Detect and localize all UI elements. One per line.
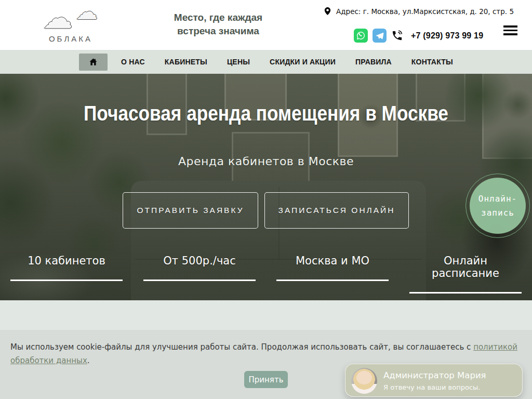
hamburger-bar bbox=[503, 30, 517, 32]
hamburger-bar bbox=[503, 25, 517, 28]
send-request-button[interactable]: ОТПРАВИТЬ ЗАЯВКУ bbox=[123, 192, 258, 229]
accept-cookies-button[interactable]: Принять bbox=[244, 371, 288, 388]
cloud-back-icon: ☁ bbox=[76, 0, 98, 24]
main-nav: О НАС КАБИНЕТЫ ЦЕНЫ СКИДКИ И АКЦИИ ПРАВИ… bbox=[0, 50, 532, 74]
nav-item-discounts[interactable]: СКИДКИ И АКЦИИ bbox=[270, 58, 336, 66]
book-online-button[interactable]: ЗАПИСАТЬСЯ ОНЛАЙН bbox=[264, 192, 409, 229]
location-pin-icon bbox=[323, 5, 332, 17]
stat-underline bbox=[10, 280, 123, 281]
badge-line1: Онлайн- bbox=[478, 194, 517, 204]
telegram-button[interactable] bbox=[373, 29, 387, 43]
badge-line2: запись bbox=[481, 208, 514, 218]
phone-handset-icon bbox=[391, 30, 403, 42]
stat-item: 10 кабинетов bbox=[10, 255, 123, 294]
logo[interactable]: ☁ ☁ ОБЛАКА bbox=[44, 3, 98, 47]
hamburger-menu-button[interactable] bbox=[503, 25, 517, 35]
stat-label: Москва и МО bbox=[276, 255, 389, 267]
cookie-text-suffix: . bbox=[87, 356, 90, 365]
telegram-icon bbox=[375, 31, 384, 41]
cookie-text-main: Мы используем cookie-файлы для улучшения… bbox=[10, 342, 473, 352]
logo-text: ОБЛАКА bbox=[44, 34, 98, 43]
hero: Почасовая аренда помещения в Москве Арен… bbox=[0, 74, 532, 300]
hero-subtitle: Аренда кабинетов в Москве bbox=[0, 155, 532, 168]
header: ☁ ☁ ОБЛАКА Место, где каждая встреча зна… bbox=[0, 0, 532, 50]
content-section bbox=[0, 300, 532, 330]
stat-underline bbox=[276, 280, 389, 281]
online-booking-badge[interactable]: Онлайн- запись bbox=[470, 178, 526, 234]
whatsapp-button[interactable] bbox=[354, 29, 368, 43]
whatsapp-icon bbox=[356, 31, 366, 41]
hero-stats: 10 кабинетов От 500р./час Москва и МО Он… bbox=[0, 255, 532, 294]
page: ☁ ☁ ОБЛАКА Место, где каждая встреча зна… bbox=[0, 0, 532, 399]
nav-item-cabinets[interactable]: КАБИНЕТЫ bbox=[165, 58, 207, 66]
nav-item-about[interactable]: О НАС bbox=[121, 58, 145, 66]
chat-admin-name: Администратор Мария bbox=[383, 370, 486, 380]
nav-item-prices[interactable]: ЦЕНЫ bbox=[227, 58, 250, 66]
stat-label: Онлайн расписание bbox=[409, 255, 522, 280]
stat-item: От 500р./час bbox=[143, 255, 256, 294]
stat-label: От 500р./час bbox=[143, 255, 256, 267]
stat-label: 10 кабинетов bbox=[10, 255, 123, 267]
nav-item-rules[interactable]: ПРАВИЛА bbox=[355, 58, 392, 66]
address: Адрес: г. Москва, ул.Марксистская, д. 20… bbox=[323, 5, 514, 17]
nav-item-contacts[interactable]: КОНТАКТЫ bbox=[411, 58, 453, 66]
stat-underline bbox=[409, 292, 522, 294]
chat-widget[interactable]: Администратор Мария Я отвечу на ваши воп… bbox=[345, 364, 523, 397]
phone-number[interactable]: +7 (929) 973 99 19 bbox=[411, 31, 483, 41]
stat-item: Москва и МО bbox=[276, 255, 389, 294]
address-text: Адрес: г. Москва, ул.Марксистская, д. 20… bbox=[336, 7, 514, 16]
home-icon bbox=[88, 57, 98, 67]
site-tagline: Место, где каждая встреча значима bbox=[156, 11, 281, 38]
cloud-front-icon: ☁ bbox=[43, 0, 73, 35]
stat-item: Онлайн расписание bbox=[409, 255, 522, 294]
hero-title: Почасовая аренда помещения в Москве bbox=[32, 102, 500, 125]
nav-home-button[interactable] bbox=[79, 54, 108, 71]
hamburger-bar bbox=[503, 33, 517, 35]
stat-underline bbox=[143, 280, 256, 281]
clouds-icon: ☁ ☁ bbox=[44, 3, 98, 34]
chat-admin-message: Я отвечу на ваши вопросы. bbox=[383, 383, 480, 391]
admin-avatar bbox=[351, 368, 377, 394]
contacts: +7 (929) 973 99 19 bbox=[354, 29, 483, 43]
